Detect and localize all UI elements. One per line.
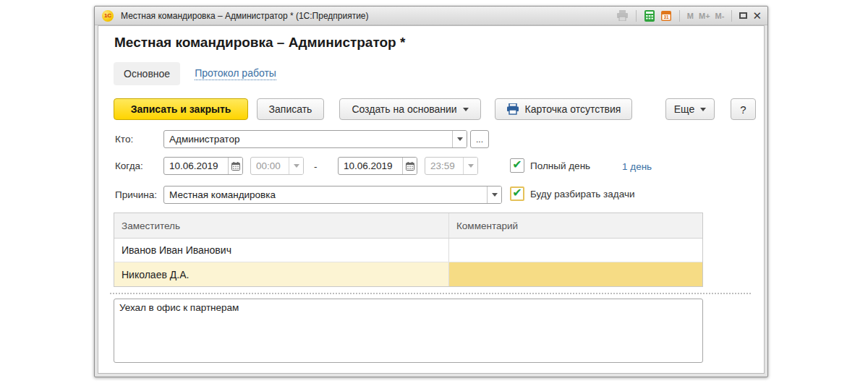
splitter-handle[interactable] — [110, 293, 751, 294]
time-from-dropdown-button[interactable] — [289, 158, 303, 174]
time-to-dropdown-button[interactable] — [463, 158, 477, 174]
create-based-on-label: Создать на основании — [352, 103, 456, 115]
titlebar-separator — [731, 10, 732, 22]
save-and-close-button[interactable]: Записать и закрыть — [114, 98, 248, 120]
reason-label: Причина: — [115, 189, 157, 200]
date-to-input[interactable] — [339, 158, 402, 174]
time-to-input[interactable] — [425, 158, 463, 174]
deputies-table: Заместитель Комментарий Иванов Иван Иван… — [114, 213, 703, 287]
memory-recall-button[interactable]: M — [687, 12, 694, 20]
comment-cell[interactable] — [449, 239, 702, 262]
full-day-checkbox[interactable]: ✔ Полный день — [510, 158, 590, 173]
time-from-input[interactable] — [251, 158, 289, 174]
calendar-icon[interactable]: 31 — [660, 10, 672, 22]
tab-work-log[interactable]: Протокол работы — [195, 67, 276, 80]
comment-cell-selected[interactable] — [449, 262, 702, 286]
reason-dropdown-button[interactable] — [487, 186, 501, 203]
1c-logo-icon: 1С — [102, 10, 114, 22]
print-icon[interactable] — [616, 10, 629, 21]
memory-plus-button[interactable]: M+ — [699, 12, 710, 20]
who-dropdown-button[interactable] — [452, 131, 467, 147]
tab-main[interactable]: Основное — [114, 62, 180, 85]
maximize-button[interactable] — [739, 12, 747, 19]
chevron-down-icon — [700, 108, 706, 111]
page-title: Местная командировка – Администратор * — [114, 35, 405, 51]
help-button[interactable]: ? — [731, 98, 756, 120]
create-based-on-button[interactable]: Создать на основании — [339, 98, 481, 120]
tabs: Основное Протокол работы — [114, 62, 276, 85]
printer-icon — [506, 103, 519, 115]
time-from-field — [250, 157, 304, 175]
svg-text:31: 31 — [663, 14, 669, 20]
time-to-field — [425, 157, 478, 175]
column-header-deputy[interactable]: Заместитель — [114, 213, 449, 238]
table-header: Заместитель Комментарий — [114, 213, 702, 239]
full-day-label: Полный день — [530, 160, 590, 171]
column-header-comment[interactable]: Комментарий — [449, 213, 702, 238]
titlebar: 1С Местная командировка – Администратор … — [95, 7, 767, 25]
deputy-cell[interactable]: Иванов Иван Иванович — [114, 239, 449, 262]
table-row-selected[interactable]: Николаев Д.А. — [114, 262, 702, 286]
absence-card-label: Карточка отсутствия — [525, 103, 621, 115]
titlebar-separator — [636, 10, 637, 22]
duration-link[interactable]: 1 день — [622, 161, 652, 172]
handle-tasks-checkbox[interactable]: ✔ Буду разбирать задачи — [510, 186, 634, 201]
table-row[interactable]: Иванов Иван Иванович — [114, 239, 702, 262]
date-from-input[interactable] — [164, 158, 228, 174]
checkmark-icon: ✔ — [512, 187, 522, 199]
window-title: Местная командировка – Администратор * (… — [121, 11, 616, 21]
chevron-down-icon — [463, 108, 469, 111]
form-content: Местная командировка – Администратор * О… — [98, 25, 765, 374]
calculator-icon[interactable] — [644, 10, 655, 22]
note-textarea[interactable]: Уехал в офис к партнерам — [114, 299, 703, 363]
who-field — [163, 130, 467, 148]
date-from-field — [163, 157, 243, 175]
save-button[interactable]: Записать — [257, 98, 324, 120]
handle-tasks-label: Буду разбирать задачи — [530, 189, 634, 200]
close-button[interactable]: ✕ — [752, 10, 762, 21]
date-to-calendar-button[interactable] — [402, 158, 417, 174]
reason-field — [163, 186, 502, 204]
app-window: 1С Местная командировка – Администратор … — [94, 6, 768, 377]
titlebar-separator — [679, 10, 680, 22]
more-label: Еще — [674, 103, 695, 115]
date-from-calendar-button[interactable] — [228, 158, 242, 174]
who-label: Кто: — [115, 134, 133, 145]
checkmark-icon: ✔ — [512, 159, 522, 171]
who-choose-button[interactable]: ... — [470, 130, 489, 148]
memory-minus-button[interactable]: M- — [715, 12, 725, 20]
more-button[interactable]: Еще — [665, 98, 715, 120]
absence-card-button[interactable]: Карточка отсутствия — [495, 98, 632, 120]
range-dash: - — [314, 161, 318, 172]
reason-input[interactable] — [164, 186, 487, 203]
who-input[interactable] — [164, 131, 452, 147]
when-label: Когда: — [115, 160, 143, 171]
deputy-cell[interactable]: Николаев Д.А. — [114, 262, 449, 286]
date-to-field — [338, 157, 417, 175]
